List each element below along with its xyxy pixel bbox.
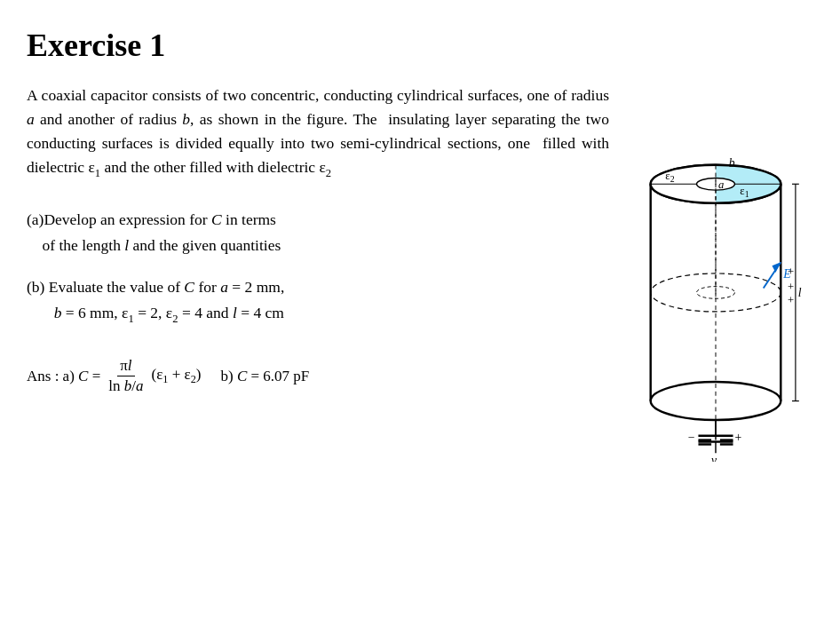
ans-numerator: πl <box>117 356 134 376</box>
ans-b: b) C = 6.07 pF <box>220 368 309 385</box>
plus-3: + <box>788 294 794 306</box>
plus-sign: + <box>735 431 742 444</box>
answer-line: Ans : a) C = πl ln b/a (ε1 + ε2) b) C = … <box>27 356 609 396</box>
label-l: l <box>798 286 802 299</box>
svg-marker-12 <box>773 262 781 273</box>
problem-statement: A coaxial capacitor consists of two conc… <box>27 83 609 182</box>
plus-2: + <box>788 281 794 293</box>
part-b: (b) Evaluate the value of C for a = 2 mm… <box>27 274 609 328</box>
parts-section: (a)Develop an expression for C in terms … <box>27 207 609 349</box>
plus-1: + <box>788 265 794 278</box>
cylinder-diagram: b ε2 a ε1 E + + + l <box>627 80 804 462</box>
ans-label: Ans : a) C = <box>27 368 100 385</box>
ans-fraction: πl ln b/a <box>106 356 146 396</box>
label-b: b <box>729 156 735 170</box>
ans-denominator: ln b/a <box>106 376 146 396</box>
part-a-label: (a) <box>27 210 44 228</box>
label-v: v <box>711 454 717 462</box>
diagram-area: b ε2 a ε1 E + + + l <box>618 27 813 462</box>
exercise-title: Exercise 1 <box>27 27 609 64</box>
ans-suffix: (ε1 + ε2) <box>151 366 201 386</box>
label-a: a <box>718 178 724 191</box>
minus-sign: − <box>688 431 695 444</box>
part-a: (a)Develop an expression for C in terms … <box>27 207 609 258</box>
